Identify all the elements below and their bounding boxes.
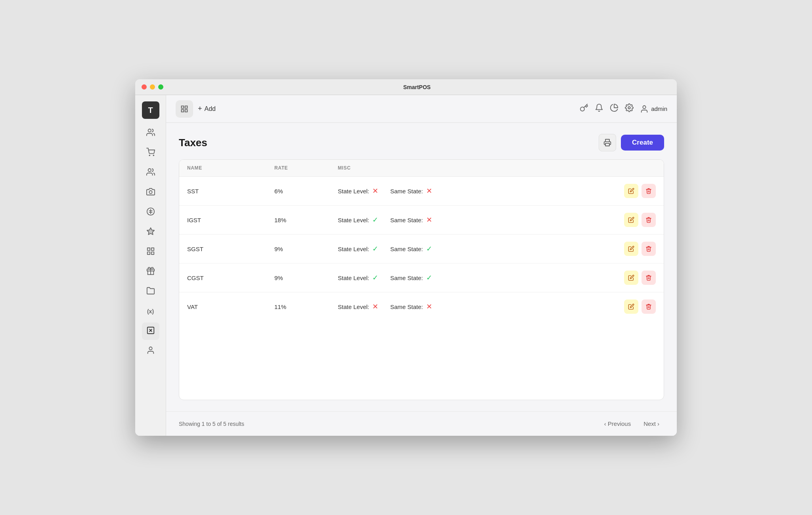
svg-point-3 — [148, 168, 151, 171]
sidebar-item-users[interactable] — [142, 124, 159, 142]
cell-actions — [616, 235, 664, 263]
cell-actions — [616, 177, 664, 206]
sidebar-item-person[interactable] — [142, 342, 159, 360]
table-row: CGST 9% State Level: ✓ Same State: ✓ — [179, 263, 664, 292]
table-row: IGST 18% State Level: ✓ Same State: ✕ — [179, 206, 664, 235]
edit-button[interactable] — [624, 213, 638, 227]
svg-rect-9 — [147, 252, 149, 254]
header-actions: Create — [599, 134, 664, 151]
cell-rate: 11% — [266, 292, 330, 321]
delete-button[interactable] — [642, 242, 656, 256]
main-content: + Add — [166, 95, 677, 436]
sidebar-item-star[interactable] — [142, 223, 159, 241]
delete-button[interactable] — [642, 299, 656, 314]
state-level-label: State Level: — [338, 246, 369, 252]
cell-name: SGST — [179, 235, 266, 263]
key-icon[interactable] — [580, 103, 588, 114]
admin-badge[interactable]: admin — [640, 105, 667, 113]
svg-point-16 — [149, 347, 152, 349]
same-state-item: Same State: ✓ — [390, 273, 432, 282]
state-level-label: State Level: — [338, 275, 369, 281]
same-state-label: Same State: — [390, 217, 423, 223]
cell-misc: State Level: ✕ Same State: ✕ — [330, 292, 616, 321]
fullscreen-button[interactable] — [158, 84, 163, 90]
sidebar-item-group[interactable] — [142, 164, 159, 181]
camera-icon — [146, 187, 155, 198]
page-header: Taxes Create — [179, 134, 664, 151]
delete-button[interactable] — [642, 213, 656, 227]
edit-button[interactable] — [624, 184, 638, 198]
check-icon: ✓ — [372, 244, 378, 253]
sidebar-item-dollar[interactable] — [142, 204, 159, 221]
trash-icon — [645, 188, 652, 194]
sidebar-item-camera[interactable] — [142, 184, 159, 201]
svg-rect-17 — [182, 106, 184, 108]
edit-button[interactable] — [624, 271, 638, 285]
add-button[interactable]: + Add — [198, 105, 216, 113]
sidebar-item-folder[interactable] — [142, 283, 159, 300]
sidebar-logo[interactable]: T — [142, 101, 159, 119]
results-count: Showing 1 to 5 of 5 results — [179, 421, 244, 427]
cell-actions — [616, 292, 664, 321]
cross-icon: ✕ — [426, 187, 432, 195]
trash-icon — [645, 217, 652, 223]
trash-icon — [645, 246, 652, 252]
chevron-left-icon: ‹ — [604, 420, 606, 427]
edit-icon — [628, 275, 634, 281]
chevron-right-icon: › — [657, 420, 659, 427]
delete-button[interactable] — [642, 271, 656, 285]
edit-button[interactable] — [624, 299, 638, 314]
table-row: SST 6% State Level: ✕ Same State: ✕ — [179, 177, 664, 206]
state-level-item: State Level: ✕ — [338, 187, 378, 195]
svg-rect-20 — [185, 109, 188, 112]
sidebar-item-dashboard[interactable] — [142, 243, 159, 261]
state-level-item: State Level: ✓ — [338, 244, 378, 253]
table-header-row: NAME RATE MISC — [179, 160, 664, 177]
previous-button[interactable]: ‹ Previous — [599, 418, 636, 429]
close-button[interactable] — [142, 84, 147, 90]
chart-icon[interactable] — [610, 103, 619, 114]
print-button[interactable] — [599, 134, 616, 151]
grid-view-button[interactable] — [176, 100, 193, 118]
cell-name: SST — [179, 177, 266, 206]
col-actions — [616, 160, 664, 177]
cross-icon: ✕ — [372, 187, 378, 195]
cell-name: CGST — [179, 263, 266, 292]
svg-rect-10 — [151, 252, 153, 254]
cart-icon — [146, 148, 155, 158]
gear-icon[interactable] — [625, 103, 634, 114]
variable-icon: (x) — [147, 308, 154, 315]
cell-rate: 9% — [266, 263, 330, 292]
sidebar-item-tax[interactable] — [142, 322, 159, 340]
sidebar-item-variable[interactable]: (x) — [142, 303, 159, 320]
state-level-label: State Level: — [338, 303, 369, 310]
plus-icon: + — [198, 105, 202, 113]
topbar: + Add — [166, 95, 677, 123]
svg-point-22 — [643, 105, 645, 108]
content-area: Taxes Create — [166, 123, 677, 411]
svg-rect-18 — [185, 106, 188, 108]
edit-button[interactable] — [624, 242, 638, 256]
trash-icon — [645, 303, 652, 310]
bell-icon[interactable] — [595, 103, 603, 114]
taxes-table: NAME RATE MISC SST 6% State Level: — [179, 160, 664, 321]
cell-name: IGST — [179, 206, 266, 235]
print-icon — [603, 139, 611, 147]
dashboard-icon — [146, 247, 155, 258]
svg-rect-23 — [605, 143, 609, 146]
next-button[interactable]: Next › — [639, 418, 664, 429]
pagination: ‹ Previous Next › — [599, 418, 664, 429]
svg-point-4 — [149, 191, 152, 193]
col-rate: RATE — [266, 160, 330, 177]
admin-label: admin — [651, 105, 667, 112]
minimize-button[interactable] — [150, 84, 155, 90]
traffic-lights — [142, 84, 163, 90]
sidebar-item-cart[interactable] — [142, 144, 159, 162]
create-button[interactable]: Create — [621, 135, 664, 151]
check-icon: ✓ — [372, 216, 378, 224]
sidebar-item-gift[interactable] — [142, 263, 159, 280]
state-level-item: State Level: ✓ — [338, 216, 378, 224]
delete-button[interactable] — [642, 184, 656, 198]
check-icon: ✓ — [426, 244, 432, 253]
state-level-item: State Level: ✕ — [338, 302, 378, 311]
